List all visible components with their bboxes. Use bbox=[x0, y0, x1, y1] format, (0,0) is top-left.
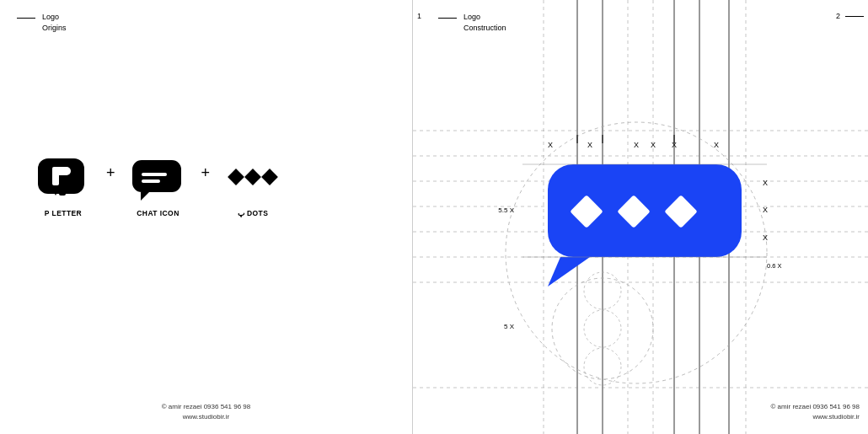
left-footer-line1: © amir rezaei 0936 541 96 98 bbox=[162, 403, 251, 410]
right-panel: 1 Logo Construction 2 bbox=[413, 0, 868, 434]
left-header: Logo Origins bbox=[17, 12, 67, 33]
dots-group: پ DOTS bbox=[223, 152, 282, 217]
left-footer: © amir rezaei 0936 541 96 98 www.studiob… bbox=[0, 402, 412, 422]
chat-icon-element bbox=[129, 152, 188, 202]
p-letter-group: P LETTER bbox=[34, 152, 93, 217]
p-letter-icon bbox=[34, 152, 93, 202]
chat-icon-group: CHAT ICON bbox=[129, 152, 188, 217]
left-footer-line2: www.studiobir.ir bbox=[183, 413, 230, 421]
p-letter-label: P LETTER bbox=[45, 209, 82, 217]
svg-marker-8 bbox=[141, 192, 149, 201]
plus-2: + bbox=[201, 164, 211, 182]
svg-text:X: X bbox=[763, 233, 768, 242]
svg-rect-0 bbox=[38, 158, 84, 194]
construction-svg: X X X X X X X X X 5.5 X 0.6 X 5 X bbox=[413, 0, 868, 434]
svg-text:X: X bbox=[714, 141, 719, 149]
svg-text:0.6 X: 0.6 X bbox=[767, 262, 782, 270]
chat-icon-label: CHAT ICON bbox=[137, 209, 179, 217]
svg-rect-6 bbox=[142, 173, 167, 176]
dot-2 bbox=[244, 169, 261, 185]
dot-3 bbox=[261, 169, 278, 185]
plus-1: + bbox=[106, 164, 115, 182]
left-header-text: Logo Origins bbox=[42, 12, 67, 33]
svg-rect-3 bbox=[59, 189, 66, 196]
left-subtitle: Origins bbox=[42, 24, 67, 32]
left-title: Logo bbox=[42, 13, 59, 21]
dots-label: پ DOTS bbox=[238, 209, 269, 217]
svg-rect-7 bbox=[142, 179, 160, 183]
svg-text:5 X: 5 X bbox=[504, 323, 515, 330]
left-header-line bbox=[17, 18, 35, 19]
left-panel: Logo Origins P LETTER + bbox=[0, 0, 413, 434]
right-footer: © amir rezaei 0936 541 96 98 www.studiob… bbox=[770, 402, 860, 422]
svg-rect-2 bbox=[52, 167, 71, 175]
right-footer-line2: www.studiobir.ir bbox=[812, 413, 860, 421]
svg-text:5.5 X: 5.5 X bbox=[498, 206, 514, 214]
dots-icon bbox=[223, 152, 282, 202]
logo-elements: P LETTER + CHAT ICON + پ DOTS bbox=[34, 152, 282, 217]
svg-text:X: X bbox=[634, 141, 639, 149]
svg-text:X: X bbox=[548, 141, 553, 149]
svg-text:X: X bbox=[763, 206, 768, 214]
right-footer-line1: © amir rezaei 0936 541 96 98 bbox=[770, 403, 860, 410]
svg-text:X: X bbox=[651, 141, 656, 149]
svg-text:X: X bbox=[763, 179, 768, 187]
dot-1 bbox=[228, 169, 244, 185]
svg-text:X: X bbox=[587, 141, 592, 149]
